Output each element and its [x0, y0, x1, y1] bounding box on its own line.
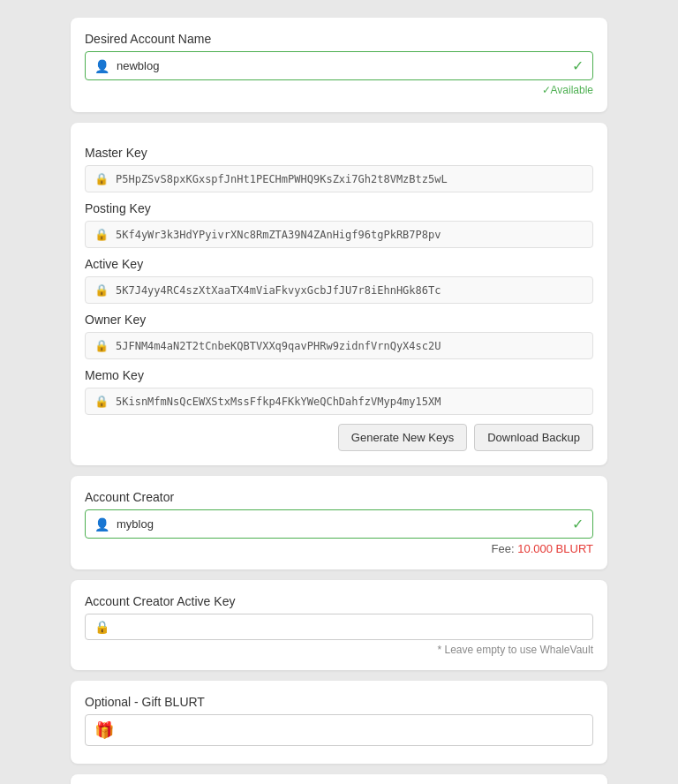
desired-account-label: Desired Account Name — [85, 32, 593, 46]
creator-active-key-input-wrapper: 🔒 — [85, 614, 593, 640]
gift-blurt-input[interactable] — [114, 724, 584, 737]
creator-active-key-card: Account Creator Active Key 🔒 * Leave emp… — [71, 580, 607, 670]
owner-key-label: Owner Key — [85, 313, 593, 327]
lock-icon-active: 🔒 — [94, 283, 109, 297]
creator-active-key-input[interactable] — [117, 621, 584, 634]
owner-key-value: 5JFNM4m4aN2T2tCnbeKQBTVXXq9qavPHRw9zidnf… — [116, 340, 441, 352]
whalevault-hint: * Leave empty to use WhaleVault — [85, 644, 593, 656]
user-icon: 👤 — [94, 59, 109, 73]
owner-key-wrapper: 🔒 5JFNM4m4aN2T2tCnbeKQBTVXXq9qavPHRw9zid… — [85, 332, 593, 359]
lock-icon-active-key: 🔒 — [94, 620, 109, 634]
memo-key-value: 5KisnMfmNsQcEWXStxMssFfkp4FKkYWeQChDahfz… — [116, 396, 441, 408]
gift-icon: 🎁 — [94, 720, 114, 740]
creator-active-key-label: Account Creator Active Key — [85, 594, 593, 608]
fee-currency-text: BLURT — [556, 542, 593, 555]
lock-icon-master: 🔒 — [94, 172, 109, 185]
user-icon-creator: 👤 — [94, 517, 109, 531]
fee-text: Fee: 10.000 BLURT — [85, 542, 593, 555]
gift-blurt-input-wrapper: 🎁 — [85, 714, 593, 746]
lock-icon-memo: 🔒 — [94, 395, 109, 408]
active-key-value: 5K7J4yy4RC4szXtXaaTX4mViaFkvyxGcbJfJU7r8… — [116, 284, 441, 297]
active-key-label: Active Key — [85, 257, 593, 271]
desired-account-card: Desired Account Name 👤 ✓ ✓Available — [71, 18, 607, 112]
gift-blurt-card: Optional - Gift BLURT 🎁 — [71, 681, 607, 764]
account-creator-input-wrapper: 👤 ✓ — [85, 509, 593, 539]
creator-check-icon: ✓ — [572, 516, 584, 532]
master-key-wrapper: 🔒 P5HpZSvS8pxKGxspfJnHt1PECHmPWHQ9KsZxi7… — [85, 165, 593, 192]
generate-keys-button[interactable]: Generate New Keys — [338, 424, 467, 451]
posting-key-value: 5Kf4yWr3k3HdYPyivrXNc8RmZTA39N4ZAnHigf96… — [116, 229, 441, 241]
desired-account-input[interactable] — [117, 59, 567, 72]
fee-label: Fee: — [492, 542, 515, 555]
account-creator-card: Account Creator 👤 ✓ Fee: 10.000 BLURT — [71, 476, 607, 569]
download-backup-button[interactable]: Download Backup — [474, 424, 593, 451]
lock-icon-posting: 🔒 — [94, 228, 109, 241]
account-creator-input[interactable] — [117, 517, 567, 531]
captcha-card: ✓ I'm not a robot reCAPTCHA Privacy - Te… — [71, 774, 607, 784]
memo-key-wrapper: 🔒 5KisnMfmNsQcEWXStxMssFfkp4FKkYWeQChDah… — [85, 388, 593, 415]
master-key-label: Master Key — [85, 146, 593, 160]
gift-blurt-label: Optional - Gift BLURT — [85, 695, 593, 709]
keys-card: Master Key 🔒 P5HpZSvS8pxKGxspfJnHt1PECHm… — [71, 123, 607, 465]
account-creator-label: Account Creator — [85, 490, 593, 504]
memo-key-label: Memo Key — [85, 368, 593, 382]
master-key-value: P5HpZSvS8pxKGxspfJnHt1PECHmPWHQ9KsZxi7Gh… — [116, 173, 448, 185]
available-status: ✓Available — [85, 84, 593, 96]
check-icon: ✓ — [572, 57, 584, 74]
keys-buttons-row: Generate New Keys Download Backup — [85, 424, 593, 451]
fee-amount-value: 10.000 — [517, 542, 553, 555]
desired-account-input-wrapper: 👤 ✓ — [85, 51, 593, 80]
posting-key-label: Posting Key — [85, 201, 593, 215]
posting-key-wrapper: 🔒 5Kf4yWr3k3HdYPyivrXNc8RmZTA39N4ZAnHigf… — [85, 221, 593, 248]
active-key-wrapper: 🔒 5K7J4yy4RC4szXtXaaTX4mViaFkvyxGcbJfJU7… — [85, 276, 593, 304]
lock-icon-owner: 🔒 — [94, 339, 109, 352]
